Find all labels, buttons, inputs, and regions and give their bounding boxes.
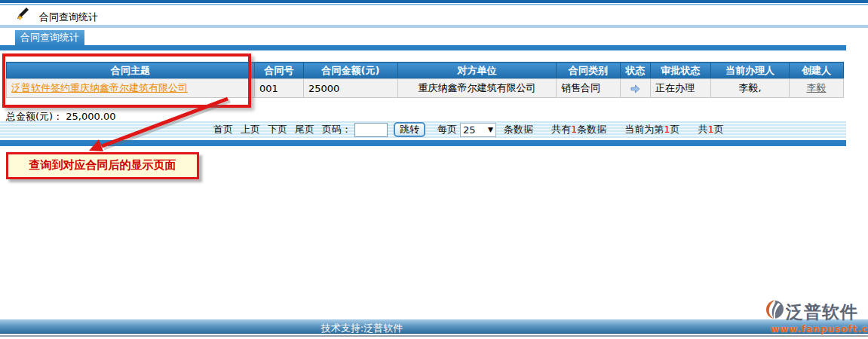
col-header-counterparty: 对方单位 [398,63,557,79]
page-number-input[interactable] [354,123,388,137]
prev-page-link[interactable]: 上页 [241,123,260,136]
total-amount-label: 总金额(元)： [6,111,63,122]
pagination-bar: 首页 上页 下页 尾页 页码： 跳转 每页 25 ▼ 条数据 共有1条数据 当前… [0,121,846,138]
per-page-selected-value: 25 [463,124,476,136]
next-page-link[interactable]: 下页 [268,123,287,136]
current-page-text: 当前为第1页 [624,123,679,136]
current-page-suffix: 页 [670,124,680,135]
cell-handler: 李毅, [711,79,790,98]
contract-subject-link[interactable]: 泛普软件签约重庆纳鑫帝尔建筑有限公司 [11,82,188,93]
total-pages-number: 1 [708,124,714,135]
first-page-link[interactable]: 首页 [213,123,233,136]
last-page-link[interactable]: 尾页 [295,123,314,136]
vendor-logo-url[interactable]: www.fanpusoft.com [765,324,865,334]
top-border-bar [0,0,868,3]
header-divider [0,25,868,28]
table-row: 泛普软件签约重庆纳鑫帝尔建筑有限公司 001 25000 重庆纳鑫帝尔建筑有限公… [7,79,844,98]
current-page-number: 1 [664,124,670,135]
total-records-prefix: 共有 [551,124,571,135]
page-title: 合同查询统计 [39,11,98,24]
per-page-suffix: 条数据 [504,123,533,136]
total-pages-suffix: 页 [714,124,724,135]
page-no-label: 页码： [322,123,351,136]
cell-counterparty: 重庆纳鑫帝尔建筑有限公司 [398,79,557,98]
annotation-callout: 查询到对应合同后的显示页面 [6,152,199,179]
col-header-category: 合同类别 [557,63,621,79]
creator-link[interactable]: 李毅 [807,82,827,93]
cell-subject: 泛普软件签约重庆纳鑫帝尔建筑有限公司 [7,79,255,98]
tab-contract-query[interactable]: 合同查询统计 [15,30,84,45]
col-header-handler: 当前办理人 [711,63,790,79]
total-pages-text: 共1页 [698,123,724,136]
cell-status [621,79,651,98]
vendor-logo: 泛普软件 www.fanpusoft.com [765,300,865,334]
col-header-subject: 合同主题 [7,63,255,79]
contract-table: 合同主题 合同号 合同金额(元) 对方单位 合同类别 状态 审批状态 当前办理人… [6,62,844,98]
cell-category: 销售合同 [557,79,621,98]
col-header-status: 状态 [621,63,651,79]
per-page-select[interactable]: 25 ▼ [460,123,496,137]
total-records-text: 共有1条数据 [551,123,606,136]
cell-creator: 李毅 [790,79,844,98]
jump-button[interactable]: 跳转 [394,122,425,137]
footer-support-text: 技术支持:泛普软件 [0,322,724,335]
vendor-logo-name: 泛普软件 [786,302,858,322]
cell-contract-no: 001 [255,79,304,98]
vendor-logo-icon [765,300,784,323]
cell-approval-status: 正在办理 [651,79,711,98]
chevron-down-icon: ▼ [488,126,493,133]
cell-amount: 25000 [304,79,398,98]
col-header-creator: 创建人 [790,63,844,79]
col-header-approval: 审批状态 [651,63,711,79]
total-amount-value: 25,000.00 [66,111,115,122]
page-header: 合同查询统计 [0,5,868,25]
status-right-arrow-icon [630,82,641,93]
per-page-label: 每页 [437,123,457,136]
total-pages-prefix: 共 [698,124,708,135]
total-records-suffix: 条数据 [577,124,606,135]
col-header-contract-no: 合同号 [255,63,304,79]
pen-star-icon [15,7,30,22]
tab-underline-bar [0,45,846,50]
app-window: 合同查询统计 合同查询统计 合同主题 合同号 合同金额(元) 对方单位 合同类别… [0,0,868,339]
col-header-amount: 合同金额(元) [304,63,398,79]
current-page-prefix: 当前为第 [624,124,664,135]
footer-underline [0,335,868,337]
table-header-row: 合同主题 合同号 合同金额(元) 对方单位 合同类别 状态 审批状态 当前办理人… [7,63,844,79]
pagination-bottom-bar [0,140,846,146]
